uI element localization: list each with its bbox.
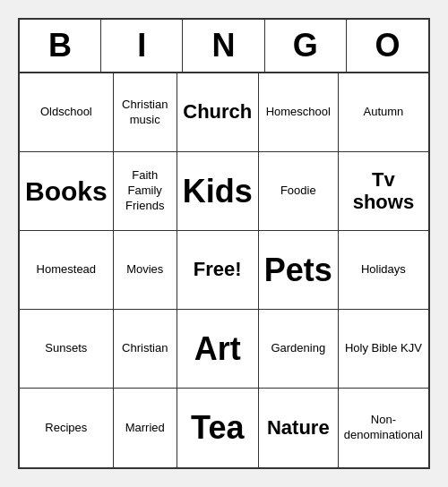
bingo-card: BINGO OldschoolChristian musicChurchHome…	[18, 18, 430, 469]
cell-text: Homeschool	[266, 105, 331, 120]
cell-text: Holy Bible KJV	[345, 341, 422, 356]
cell-r3-c3: Gardening	[259, 310, 339, 389]
cell-text: Sunsets	[45, 341, 87, 356]
cell-text: Tea	[191, 410, 244, 446]
cell-r1-c1: Faith Family Friends	[114, 152, 177, 231]
cell-r1-c4: Tv shows	[339, 152, 428, 231]
cell-r2-c2: Free!	[177, 231, 259, 310]
header-letter: O	[347, 20, 428, 72]
cell-r4-c4: Non-denominational	[339, 389, 428, 467]
cell-r2-c0: Homestead	[20, 231, 114, 310]
cell-r0-c2: Church	[177, 73, 259, 152]
cell-r0-c0: Oldschool	[20, 73, 114, 152]
cell-text: Homestead	[37, 262, 96, 278]
cell-text: Movies	[126, 262, 163, 278]
cell-text: Church	[183, 101, 252, 123]
cell-text: Autumn	[364, 105, 404, 120]
cell-text: Recipes	[45, 421, 87, 436]
cell-text: Pets	[264, 252, 332, 288]
bingo-grid: OldschoolChristian musicChurchHomeschool…	[20, 73, 428, 467]
cell-text: Faith Family Friends	[119, 168, 171, 214]
cell-text: Art	[194, 331, 241, 367]
cell-r0-c4: Autumn	[339, 73, 428, 152]
header-letter: N	[183, 20, 264, 72]
cell-text: Christian music	[119, 98, 171, 128]
cell-r3-c4: Holy Bible KJV	[339, 310, 428, 389]
cell-text: Kids	[183, 174, 253, 209]
cell-r2-c1: Movies	[114, 231, 177, 310]
cell-r4-c3: Nature	[259, 389, 339, 467]
cell-text: Married	[125, 421, 165, 436]
header-letter: G	[265, 20, 347, 72]
cell-text: Foodie	[280, 184, 316, 199]
cell-r1-c3: Foodie	[259, 152, 339, 231]
cell-text: Nature	[267, 417, 330, 439]
cell-r0-c1: Christian music	[114, 73, 177, 152]
cell-text: Christian	[122, 341, 168, 356]
bingo-header: BINGO	[20, 20, 428, 73]
cell-text: Oldschool	[40, 105, 92, 120]
header-letter: B	[20, 20, 101, 72]
cell-r3-c0: Sunsets	[20, 310, 114, 389]
cell-r2-c3: Pets	[259, 231, 339, 310]
cell-r1-c2: Kids	[177, 152, 259, 231]
cell-text: Gardening	[271, 341, 325, 356]
cell-r1-c0: Books	[20, 152, 114, 231]
cell-r4-c0: Recipes	[20, 389, 114, 467]
cell-r2-c4: Holidays	[339, 231, 428, 310]
cell-r4-c2: Tea	[177, 389, 259, 467]
header-letter: I	[101, 20, 183, 72]
cell-text: Non-denominational	[344, 413, 423, 443]
cell-text: Free!	[194, 259, 242, 280]
cell-r4-c1: Married	[114, 389, 177, 467]
cell-text: Holidays	[361, 262, 406, 278]
cell-r0-c3: Homeschool	[259, 73, 339, 152]
cell-r3-c2: Art	[177, 310, 259, 389]
cell-text: Books	[25, 176, 108, 206]
cell-text: Tv shows	[344, 169, 423, 212]
cell-r3-c1: Christian	[114, 310, 177, 389]
